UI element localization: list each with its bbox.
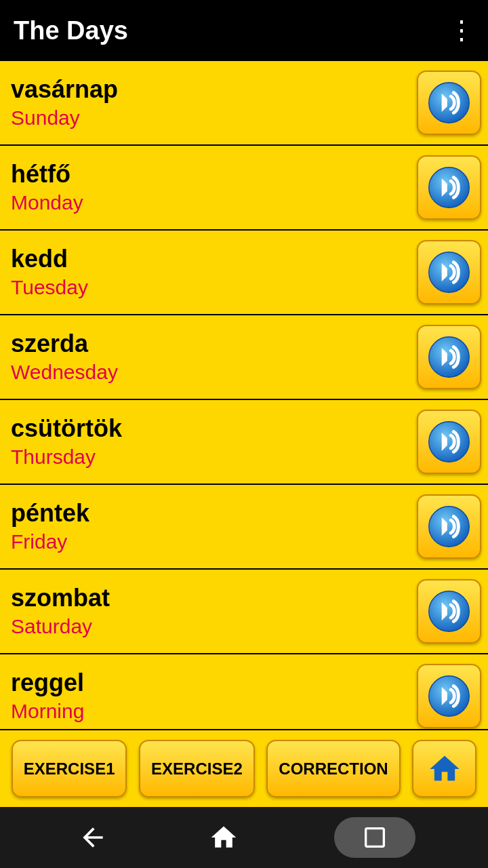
bottom-buttons: EXERCISE1 EXERCISE2 CORRECTION xyxy=(0,729,488,807)
day-hungarian-label: péntek xyxy=(11,498,89,528)
sound-button[interactable] xyxy=(417,155,481,220)
exercise2-button[interactable]: EXERCISE2 xyxy=(139,740,255,797)
day-item: szerdaWednesday xyxy=(0,315,488,400)
day-english-label: Sunday xyxy=(11,104,118,131)
recents-nav-button[interactable] xyxy=(334,817,415,858)
day-hungarian-label: szombat xyxy=(11,583,110,612)
day-list: vasárnapSunday hétfőMonday xyxy=(0,61,488,729)
sound-button[interactable] xyxy=(417,579,481,644)
svg-point-14 xyxy=(429,676,470,717)
sound-button[interactable] xyxy=(417,325,481,389)
day-english-label: Monday xyxy=(11,189,83,216)
day-hungarian-label: reggel xyxy=(11,668,84,697)
day-english-label: Thursday xyxy=(11,443,122,470)
top-bar: The Days ⋮ xyxy=(0,0,488,61)
home-nav-button[interactable] xyxy=(203,817,244,858)
day-hungarian-label: szerda xyxy=(11,329,118,358)
back-nav-button[interactable] xyxy=(73,817,113,858)
day-item: keddTuesday xyxy=(0,231,488,315)
day-item: reggelMorning xyxy=(0,654,488,729)
day-hungarian-label: vasárnap xyxy=(11,75,118,104)
svg-point-12 xyxy=(429,591,470,632)
menu-icon[interactable]: ⋮ xyxy=(449,16,474,45)
day-english-label: Friday xyxy=(11,528,89,555)
sound-button[interactable] xyxy=(417,664,481,728)
day-item: hétfőMonday xyxy=(0,146,488,231)
svg-point-0 xyxy=(429,83,470,123)
svg-point-10 xyxy=(429,507,470,547)
day-hungarian-label: kedd xyxy=(11,244,88,273)
exercise1-button[interactable]: EXERCISE1 xyxy=(12,740,127,797)
day-english-label: Tuesday xyxy=(11,274,88,300)
day-english-label: Wednesday xyxy=(11,359,118,385)
app-title: The Days xyxy=(14,16,128,45)
day-item: csütörtökThursday xyxy=(0,400,488,485)
correction-button[interactable]: CORRECTION xyxy=(266,740,400,797)
sound-button[interactable] xyxy=(417,240,481,304)
sound-button[interactable] xyxy=(417,494,481,559)
svg-point-6 xyxy=(429,337,470,378)
system-nav-bar xyxy=(0,807,488,868)
sound-button[interactable] xyxy=(417,71,481,135)
home-button[interactable] xyxy=(412,740,476,797)
day-english-label: Morning xyxy=(11,698,84,724)
day-english-label: Saturday xyxy=(11,613,110,639)
svg-point-4 xyxy=(429,252,470,293)
day-item: szombatSaturday xyxy=(0,570,488,654)
day-item: péntekFriday xyxy=(0,485,488,570)
sound-button[interactable] xyxy=(417,410,481,474)
day-hungarian-label: csütörtök xyxy=(11,414,122,443)
svg-point-2 xyxy=(429,167,470,208)
day-item: vasárnapSunday xyxy=(0,61,488,146)
svg-point-8 xyxy=(429,422,470,462)
day-hungarian-label: hétfő xyxy=(11,159,83,189)
